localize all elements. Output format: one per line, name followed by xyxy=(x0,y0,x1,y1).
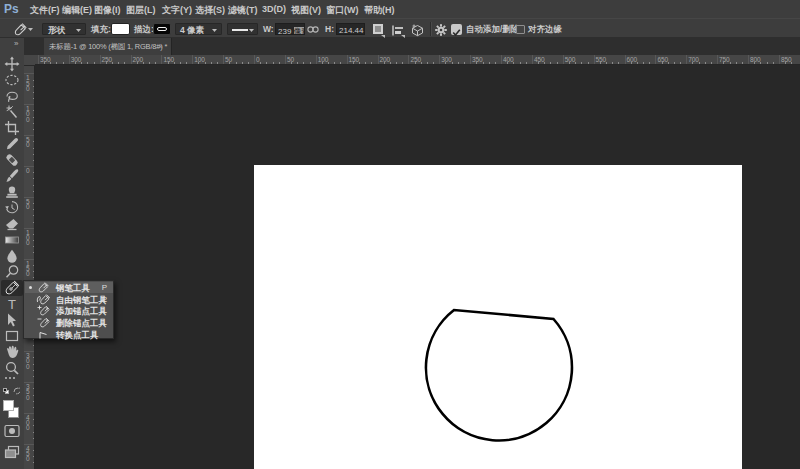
svg-text:T: T xyxy=(8,297,16,312)
